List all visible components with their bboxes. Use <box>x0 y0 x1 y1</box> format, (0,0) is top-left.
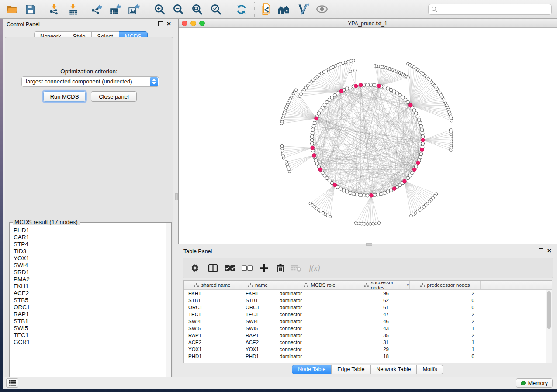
create-column-button[interactable] <box>258 262 270 274</box>
export-network-button[interactable] <box>89 2 104 16</box>
unchecked-boxes-icon <box>242 265 253 271</box>
table-cell: ORC1 <box>184 304 241 311</box>
list-item[interactable]: CAR1 <box>14 234 165 241</box>
list-item[interactable]: STP4 <box>14 241 165 248</box>
open-file-button[interactable] <box>4 2 19 16</box>
close-table-panel-icon[interactable]: ✕ <box>547 248 552 253</box>
splitter-grip[interactable] <box>175 193 178 200</box>
network-home-button[interactable] <box>276 2 291 16</box>
function-builder-button[interactable]: f(x) <box>306 262 323 274</box>
zoom-out-button[interactable] <box>171 2 186 16</box>
tab-network-table[interactable]: Network Table <box>370 365 417 374</box>
memory-button[interactable]: Memory <box>516 378 553 388</box>
vertical-splitter[interactable] <box>175 19 178 377</box>
close-panel-icon[interactable]: ✕ <box>166 21 171 26</box>
main-toolbar <box>0 0 557 19</box>
export-image-icon <box>128 3 140 15</box>
column-header[interactable]: predecessor nodes <box>410 281 481 289</box>
table-scrollbar[interactable] <box>546 290 552 363</box>
column-header[interactable]: name <box>241 281 275 289</box>
select-all-button[interactable] <box>223 262 236 274</box>
float-panel-icon[interactable] <box>158 21 163 26</box>
mcds-list-scrollbar[interactable] <box>166 223 171 384</box>
list-item[interactable]: TID3 <box>14 248 165 255</box>
table-row[interactable]: SWI5SWI5connector431 <box>184 325 546 332</box>
list-item[interactable]: GCR1 <box>14 339 165 346</box>
table-row[interactable]: TEC1TEC1connector472 <box>184 311 546 318</box>
save-session-button[interactable] <box>23 2 38 16</box>
column-header-filler <box>481 281 552 289</box>
network-frame: YPA_prune.txt_1 <box>178 19 557 244</box>
zoom-fit-button[interactable] <box>190 2 204 16</box>
list-item[interactable]: STB1 <box>14 318 165 325</box>
import-table-button[interactable] <box>66 2 81 16</box>
column-header[interactable]: shared name <box>184 281 241 289</box>
list-item[interactable]: RAP1 <box>14 311 165 318</box>
deselect-all-button[interactable] <box>240 262 253 274</box>
network-canvas[interactable] <box>179 28 557 244</box>
table-row[interactable]: STB1STB1dominator620 <box>184 297 546 304</box>
delete-table-button[interactable] <box>290 262 303 274</box>
show-hide-graphics-button[interactable] <box>296 2 311 16</box>
list-item[interactable]: ORC1 <box>14 304 165 311</box>
zoom-selected-button[interactable] <box>208 2 223 16</box>
list-item[interactable]: SWI5 <box>14 325 165 332</box>
table-row[interactable]: PHD1PHD1dominator180 <box>184 353 546 360</box>
table-cell: connector <box>275 346 364 353</box>
show-columns-button[interactable] <box>207 262 219 274</box>
list-item[interactable]: ACE2 <box>14 290 165 297</box>
list-item[interactable]: SWI4 <box>14 262 165 269</box>
table-cell: TEC1 <box>241 311 275 318</box>
zoom-selected-icon <box>210 3 222 15</box>
table-cell: 35 <box>364 332 410 339</box>
network-graph[interactable] <box>179 28 557 244</box>
list-item[interactable]: TEC1 <box>14 332 165 339</box>
list-item[interactable]: STB5 <box>14 297 165 304</box>
toolbar-separator <box>228 2 228 17</box>
table-row[interactable]: ACE2ACE2connector311 <box>184 339 546 346</box>
criterion-dropdown[interactable]: largest connected component (undirected) <box>21 76 159 87</box>
list-item[interactable]: SRD1 <box>14 269 165 276</box>
delete-column-button[interactable] <box>275 262 286 274</box>
app-window: Control Panel ✕ Network Style Select MCD… <box>3 19 557 389</box>
show-hide-eye-button[interactable] <box>315 2 329 16</box>
list-item[interactable]: YOX1 <box>14 255 165 262</box>
tab-motifs[interactable]: Motifs <box>416 365 443 374</box>
export-table-button[interactable] <box>107 2 122 16</box>
table-header-row: shared namenameMCDS rolesuccessor nodes … <box>184 281 552 290</box>
import-network-button[interactable] <box>47 2 62 16</box>
share-document-button[interactable] <box>259 2 273 16</box>
table-cell: dominator <box>275 318 364 325</box>
memory-label: Memory <box>528 380 548 386</box>
refresh-button[interactable] <box>234 2 249 16</box>
run-mcds-button[interactable]: Run MCDS <box>43 91 86 102</box>
trash-icon <box>277 264 284 272</box>
scrollbar-thumb[interactable] <box>547 291 551 329</box>
table-cell: 31 <box>364 339 410 346</box>
toolbar-separator <box>42 2 42 17</box>
list-item[interactable]: FKH1 <box>14 283 165 290</box>
column-header[interactable]: MCDS role <box>275 281 364 289</box>
table-row[interactable]: SWI4SWI4dominator462 <box>184 318 546 325</box>
float-table-panel-icon[interactable] <box>539 248 543 253</box>
tab-edge-table[interactable]: Edge Table <box>331 365 370 374</box>
table-cell: FKH1 <box>184 290 241 297</box>
table-cell: dominator <box>275 353 364 360</box>
task-history-button[interactable] <box>6 378 18 388</box>
list-item[interactable]: PHD1 <box>14 227 165 234</box>
table-row[interactable]: ORC1ORC1dominator610 <box>184 304 546 311</box>
table-settings-button[interactable] <box>189 262 201 274</box>
close-panel-button[interactable]: Close panel <box>91 91 137 102</box>
tab-node-table[interactable]: Node Table <box>292 365 332 374</box>
column-header[interactable]: successor nodes ∨ <box>364 281 410 289</box>
network-titlebar: YPA_prune.txt_1 <box>179 19 557 28</box>
list-item[interactable]: PMA2 <box>14 276 165 283</box>
table-cell: 61 <box>364 304 410 311</box>
table-row[interactable]: FKH1FKH1dominator962 <box>184 290 546 297</box>
search-input[interactable] <box>438 5 549 14</box>
open-folder-icon <box>6 3 17 15</box>
table-row[interactable]: RAP1RAP1dominator352 <box>184 332 546 339</box>
zoom-in-button[interactable] <box>152 2 167 16</box>
table-row[interactable]: YOX1YOX1connector291 <box>184 346 546 353</box>
export-image-button[interactable] <box>126 2 141 16</box>
